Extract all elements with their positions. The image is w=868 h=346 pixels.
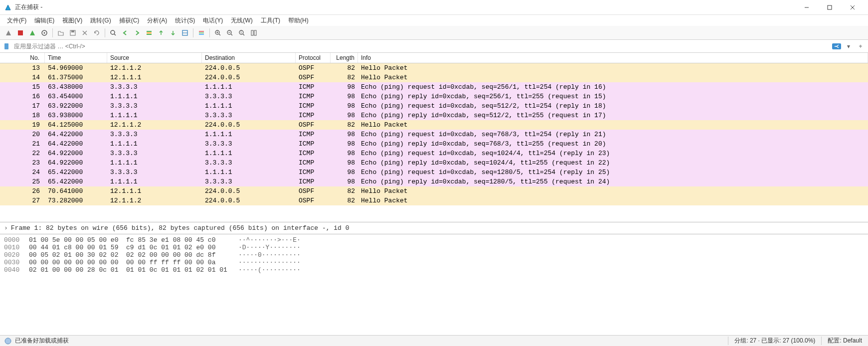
cell: ICMP	[296, 101, 331, 111]
close-button[interactable]	[841, 0, 864, 15]
cell: 12.1.1.2	[107, 63, 202, 73]
packet-row[interactable]: 1863.9380001.1.1.13.3.3.3ICMP98Echo (pin…	[0, 111, 868, 120]
toolbar-separator	[209, 28, 210, 37]
menu-item[interactable]: 工具(T)	[258, 15, 283, 26]
cell: 82	[331, 120, 358, 130]
minimize-button[interactable]	[795, 0, 818, 15]
packet-row[interactable]: 2465.4220003.3.3.31.1.1.1ICMP98Echo (pin…	[0, 168, 868, 177]
column-header[interactable]: No.	[0, 53, 45, 63]
filter-add-button[interactable]: +	[855, 42, 866, 51]
packet-bytes-pane[interactable]: 000001 00 5e 00 00 05 00 e0 fc 85 3e e1 …	[0, 234, 868, 290]
hex-line[interactable]: 003000 00 00 00 00 00 00 00 00 00 ff ff …	[4, 259, 864, 266]
packet-row[interactable]: 2364.9220001.1.1.13.3.3.3ICMP98Echo (pin…	[0, 158, 868, 168]
cell: 82	[331, 63, 358, 73]
cell: Hello Packet	[358, 186, 868, 196]
cell: Echo (ping) request id=0xcdab, seq=512/2…	[358, 101, 868, 111]
packet-row[interactable]: 1354.96900012.1.1.2224.0.0.5OSPF82Hello …	[0, 63, 868, 73]
restart-capture-button[interactable]	[27, 27, 38, 38]
find-button[interactable]	[108, 27, 119, 38]
packet-row[interactable]: 2670.64100012.1.1.1224.0.0.5OSPF82Hello …	[0, 186, 868, 196]
display-filter-input[interactable]	[12, 42, 831, 51]
column-header[interactable]: Time	[45, 53, 107, 63]
cell: 1.1.1.1	[107, 111, 202, 120]
packet-row[interactable]: 1763.9220003.3.3.31.1.1.1ICMP98Echo (pin…	[0, 101, 868, 111]
hex-bytes: 00 05 02 01 00 30 02 02 02 02 00 00 00 0…	[29, 251, 238, 259]
packet-row[interactable]: 2264.9220003.3.3.31.1.1.1ICMP98Echo (pin…	[0, 149, 868, 158]
menu-item[interactable]: 文件(F)	[4, 15, 29, 26]
zoom-out-button[interactable]	[224, 27, 235, 38]
zoom-in-button[interactable]	[212, 27, 223, 38]
cell: 65.422000	[45, 177, 107, 186]
menu-item[interactable]: 捕获(C)	[116, 15, 143, 26]
column-header[interactable]: Length	[331, 53, 358, 63]
packet-row[interactable]: 1563.4380003.3.3.31.1.1.1ICMP98Echo (pin…	[0, 82, 868, 92]
cell: 98	[331, 82, 358, 92]
open-file-button[interactable]	[55, 27, 66, 38]
resize-columns-button[interactable]	[248, 27, 259, 38]
hex-line[interactable]: 000001 00 5e 00 00 05 00 e0 fc 85 3e e1 …	[4, 236, 864, 244]
go-back-button[interactable]	[120, 27, 131, 38]
go-forward-button[interactable]	[132, 27, 143, 38]
cell: 98	[331, 130, 358, 139]
go-last-button[interactable]	[168, 27, 178, 38]
maximize-button[interactable]	[818, 0, 841, 15]
cell: 12.1.1.2	[107, 196, 202, 205]
save-file-button[interactable]	[67, 27, 78, 38]
svg-rect-31	[251, 30, 253, 35]
cell: 3.3.3.3	[107, 82, 202, 92]
menu-item[interactable]: 编辑(E)	[31, 15, 57, 26]
hex-line[interactable]: 004002 01 00 00 00 28 0c 01 01 01 0c 01 …	[4, 266, 864, 274]
go-first-button[interactable]	[156, 27, 167, 38]
column-header[interactable]: Source	[107, 53, 202, 63]
cell: 12.1.1.1	[107, 73, 202, 82]
packet-row[interactable]: 1461.37500012.1.1.1224.0.0.5OSPF82Hello …	[0, 73, 868, 82]
hex-bytes: 02 01 00 00 00 28 0c 01 01 01 0c 01 01 0…	[29, 266, 238, 274]
start-capture-button[interactable]	[3, 27, 14, 38]
toolbar-separator	[105, 28, 105, 37]
menu-item[interactable]: 电话(Y)	[200, 15, 226, 26]
packet-details-pane[interactable]: › Frame 1: 82 bytes on wire (656 bits), …	[0, 222, 868, 234]
menu-item[interactable]: 视图(V)	[59, 15, 85, 26]
menu-item[interactable]: 分析(A)	[144, 15, 170, 26]
packet-row[interactable]: 1964.12500012.1.1.2224.0.0.5OSPF82Hello …	[0, 120, 868, 130]
packet-list-pane[interactable]: No.TimeSourceDestinationProtocolLengthIn…	[0, 53, 868, 222]
cell: ICMP	[296, 168, 331, 177]
go-to-packet-button[interactable]	[144, 27, 155, 38]
chevron-right-icon[interactable]: ›	[4, 224, 8, 232]
menu-item[interactable]: 帮助(H)	[285, 15, 312, 26]
column-header[interactable]: Protocol	[296, 53, 331, 63]
display-filter-bar: ▾ +	[0, 40, 868, 53]
close-file-button[interactable]	[79, 27, 90, 38]
cell: ICMP	[296, 92, 331, 101]
column-header[interactable]: Destination	[202, 53, 296, 63]
stop-capture-button[interactable]	[15, 27, 26, 38]
svg-rect-13	[147, 31, 152, 32]
packet-row[interactable]: 2773.28200012.1.1.2224.0.0.5OSPF82Hello …	[0, 196, 868, 205]
colorize-button[interactable]	[196, 27, 207, 38]
svg-rect-14	[147, 32, 152, 33]
packet-row[interactable]: 2164.4220001.1.1.13.3.3.3ICMP98Echo (pin…	[0, 139, 868, 149]
packet-row[interactable]: 2064.4220003.3.3.31.1.1.1ICMP98Echo (pin…	[0, 130, 868, 139]
menu-item[interactable]: 统计(S)	[172, 15, 198, 26]
cell: 3.3.3.3	[107, 149, 202, 158]
bookmark-icon[interactable]	[2, 42, 11, 51]
reload-button[interactable]	[91, 27, 102, 38]
expression-button[interactable]	[831, 42, 842, 51]
packet-row[interactable]: 1663.4540001.1.1.13.3.3.3ICMP98Echo (pin…	[0, 92, 868, 101]
hex-line[interactable]: 001000 44 01 c8 00 00 01 59 c9 d1 0c 01 …	[4, 244, 864, 251]
filter-dropdown-icon[interactable]: ▾	[843, 42, 854, 51]
menu-item[interactable]: 无线(W)	[228, 15, 255, 26]
column-header[interactable]: Info	[358, 53, 868, 63]
cell: 27	[0, 196, 45, 205]
packet-row[interactable]: 2565.4220001.1.1.13.3.3.3ICMP98Echo (pin…	[0, 177, 868, 186]
cell: OSPF	[296, 120, 331, 130]
capture-options-button[interactable]	[39, 27, 50, 38]
hex-line[interactable]: 002000 05 02 01 00 30 02 02 02 02 00 00 …	[4, 251, 864, 259]
filter-end-controls: ▾ +	[831, 42, 866, 51]
cell: 3.3.3.3	[107, 168, 202, 177]
menu-item[interactable]: 跳转(G)	[87, 15, 114, 26]
zoom-reset-button[interactable]: 1	[236, 27, 247, 38]
cell: 98	[331, 111, 358, 120]
cell: 82	[331, 73, 358, 82]
auto-scroll-button[interactable]	[179, 27, 190, 38]
